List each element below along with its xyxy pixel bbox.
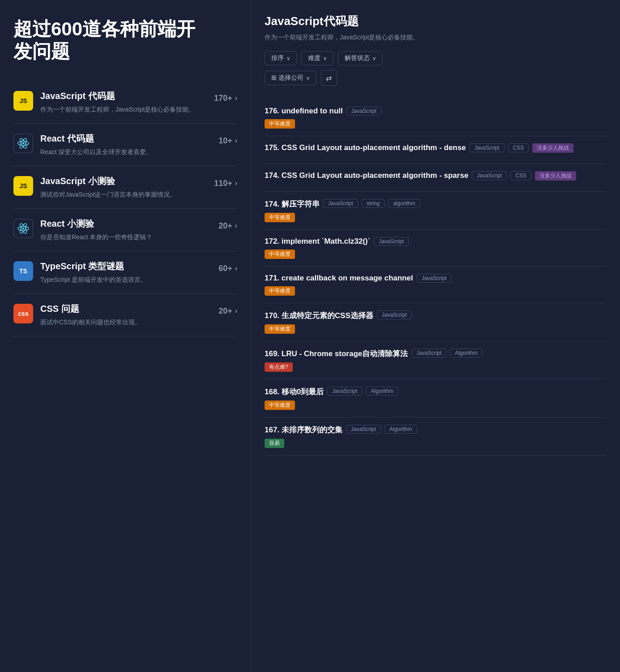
difficulty-filter[interactable]: 难度 ∨ [301, 51, 334, 65]
category-icon: JS [13, 91, 33, 111]
category-count: 20+ › [218, 221, 237, 231]
category-desc: 你是否知道React 本身的一些奇怪逻辑？ [40, 233, 211, 242]
category-card-css-problem[interactable]: css CSS 问题 面试中CSS的相关问题也经常出现。 20+ › [13, 294, 237, 336]
count-arrow-icon: › [235, 179, 237, 187]
category-title: TypeScript 类型谜题 [40, 260, 211, 272]
question-title: 171. create callback on message channel [265, 274, 413, 283]
question-title-row: 174. CSS Grid Layout auto-placement algo… [265, 171, 607, 181]
category-title: CSS 问题 [40, 303, 211, 315]
category-count: 170+ › [214, 94, 237, 103]
question-tag: JavaScript [346, 107, 381, 116]
question-tag: algorithm [388, 199, 420, 208]
category-icon: TS [13, 261, 33, 281]
question-tags-row: 有点难? [265, 362, 607, 372]
category-title: React 小测验 [40, 218, 211, 230]
question-item[interactable]: 168. 移动0到最后 JavaScriptAlgorithm 中等难度 [265, 379, 607, 418]
question-title-row: 171. create callback on message channel … [265, 274, 607, 283]
question-title-row: 174. 解压字符串 JavaScriptstringalgorithm [265, 199, 607, 209]
svg-point-7 [22, 228, 24, 229]
question-title: 175. CSS Grid Layout auto-placement algo… [265, 143, 466, 152]
question-title-row: 168. 移动0到最后 JavaScriptAlgorithm [265, 387, 607, 397]
company-label: ⊞ 选择公司 [271, 74, 304, 82]
category-content: TypeScript 类型谜题 TypeScript 是前端开发中的首选语言。 [40, 260, 211, 284]
sort-chevron-icon: ∨ [286, 56, 290, 61]
category-icon [13, 134, 33, 153]
difficulty-label: 难度 [308, 54, 321, 62]
question-tag: JavaScript [327, 387, 362, 396]
count-value: 60+ [218, 264, 232, 273]
question-item[interactable]: 171. create callback on message channel … [265, 267, 607, 303]
category-title: JavaScript 代码题 [40, 90, 207, 102]
filter-row-2: ⊞ 选择公司 ∨ ⇄ [265, 70, 607, 86]
category-content: JavaScript 代码题 作为一个前端开发工程师，JavaScript是核心… [40, 90, 207, 114]
question-tag: 没多少人挑战 [535, 171, 576, 181]
category-card-ts-puzzle[interactable]: TS TypeScript 类型谜题 TypeScript 是前端开发中的首选语… [13, 251, 237, 294]
question-title: 176. undefined to null [265, 107, 343, 116]
question-title-row: 169. LRU - Chrome storage自动清除算法 JavaScri… [265, 349, 607, 359]
question-tag: Algorithm [366, 387, 398, 396]
question-tag: Algorithm [450, 349, 483, 358]
question-item[interactable]: 175. CSS Grid Layout auto-placement algo… [265, 136, 607, 164]
count-arrow-icon: › [235, 264, 237, 272]
question-item[interactable]: 174. CSS Grid Layout auto-placement algo… [265, 164, 607, 192]
question-difficulty-tag: 中等难度 [265, 250, 295, 259]
question-title: 172. implement `Math.clz32()` [265, 237, 370, 246]
category-content: JavaScript 小测验 测试你对JavaScript这一门语言本身的掌握情… [40, 175, 207, 199]
question-item[interactable]: 172. implement `Math.clz32()` JavaScript… [265, 230, 607, 267]
question-tag: JavaScript [411, 349, 446, 358]
category-card-js-code[interactable]: JS JavaScript 代码题 作为一个前端开发工程师，JavaScript… [13, 81, 237, 124]
category-count: 110+ › [214, 179, 237, 188]
main-title: 超过600道各种前端开 发问题 [13, 18, 237, 63]
question-title-row: 170. 生成特定元素的CSS选择器 JavaScript [265, 310, 607, 321]
question-item[interactable]: 167. 未排序数列的交集 JavaScriptAlgorithm 容易 [265, 418, 607, 456]
question-tag: Algorithm [385, 425, 417, 434]
category-desc: TypeScript 是前端开发中的首选语言。 [40, 275, 211, 284]
filter-row-1: 排序 ∨ 难度 ∨ 解答状态 ∨ [265, 51, 607, 65]
question-title: 170. 生成特定元素的CSS选择器 [265, 310, 373, 321]
question-tag: 没多少人挑战 [532, 143, 573, 153]
company-filter[interactable]: ⊞ 选择公司 ∨ [265, 71, 316, 85]
question-tag: JavaScript [470, 143, 505, 152]
category-icon: css [13, 304, 33, 323]
question-tag: JavaScript [323, 199, 358, 208]
category-desc: 作为一个前端开发工程师，JavaScript是核心必备技能。 [40, 105, 207, 114]
category-card-react-quiz[interactable]: React 小测验 你是否知道React 本身的一些奇怪逻辑？ 20+ › [13, 209, 237, 251]
question-item[interactable]: 176. undefined to null JavaScript 中等难度 [265, 99, 607, 136]
question-item[interactable]: 169. LRU - Chrome storage自动清除算法 JavaScri… [265, 341, 607, 379]
question-difficulty-tag: 中等难度 [265, 401, 295, 410]
category-content: React 小测验 你是否知道React 本身的一些奇怪逻辑？ [40, 218, 211, 242]
status-filter[interactable]: 解答状态 ∨ [338, 51, 383, 65]
category-card-js-quiz[interactable]: JS JavaScript 小测验 测试你对JavaScript这一门语言本身的… [13, 166, 237, 209]
count-arrow-icon: › [235, 94, 237, 102]
question-tags-row: 中等难度 [265, 250, 607, 259]
question-list: 176. undefined to null JavaScript 中等难度 1… [265, 99, 607, 456]
sort-filter[interactable]: 排序 ∨ [265, 51, 297, 65]
question-tag: JavaScript [377, 310, 412, 319]
category-icon: JS [13, 176, 33, 196]
question-title: 167. 未排序数列的交集 [265, 425, 342, 435]
count-arrow-icon: › [235, 222, 237, 230]
question-tag: JavaScript [346, 425, 381, 434]
status-label: 解答状态 [345, 54, 370, 62]
question-tags-row: 中等难度 [265, 119, 607, 129]
right-panel-desc: 作为一个前端开发工程师，JavaScript是核心必备技能。 [265, 33, 607, 42]
right-panel: JavaScript代码题 作为一个前端开发工程师，JavaScript是核心必… [251, 0, 620, 672]
category-count: 20+ › [218, 306, 237, 316]
shuffle-button[interactable]: ⇄ [321, 70, 337, 86]
count-value: 10+ [218, 136, 232, 146]
count-value: 20+ [218, 221, 232, 231]
question-tag: JavaScript [472, 171, 507, 180]
question-item[interactable]: 170. 生成特定元素的CSS选择器 JavaScript 中等难度 [265, 303, 607, 341]
question-tags-row: 容易 [265, 439, 607, 448]
category-desc: React 深受大公司以及全球开发者喜爱。 [40, 147, 211, 157]
category-title: React 代码题 [40, 133, 211, 145]
category-content: React 代码题 React 深受大公司以及全球开发者喜爱。 [40, 133, 211, 157]
question-title: 174. CSS Grid Layout auto-placement algo… [265, 171, 468, 180]
count-value: 20+ [218, 306, 232, 316]
question-difficulty-tag: 中等难度 [265, 324, 295, 334]
question-title: 169. LRU - Chrome storage自动清除算法 [265, 349, 408, 359]
category-card-react-code[interactable]: React 代码题 React 深受大公司以及全球开发者喜爱。 10+ › [13, 124, 237, 166]
question-item[interactable]: 174. 解压字符串 JavaScriptstringalgorithm 中等难… [265, 192, 607, 230]
category-title: JavaScript 小测验 [40, 175, 207, 187]
question-tag: JavaScript [374, 237, 409, 246]
